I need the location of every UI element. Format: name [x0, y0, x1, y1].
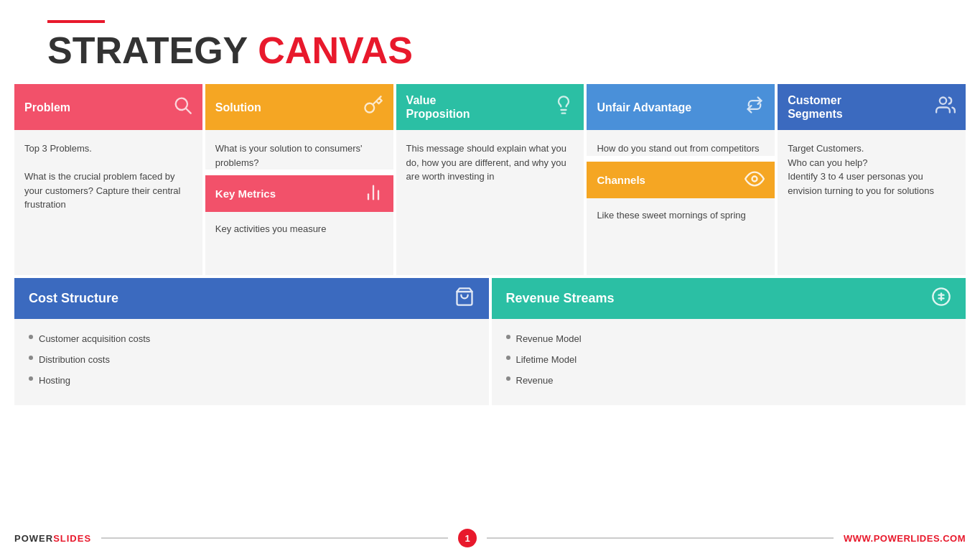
cost-item-1: Customer acquisition costs	[29, 330, 475, 347]
channels-header: Channels	[587, 162, 775, 198]
revenue-content: Revenue Model Lifetime Model Revenue	[492, 319, 966, 405]
handshake-icon	[745, 95, 765, 119]
cost-item-2-text: Distribution costs	[39, 351, 110, 368]
channels-content: Like these sweet mornings of spring	[587, 198, 775, 233]
solution-content-top: What is your solution to consumers' prob…	[205, 130, 393, 170]
top-grid: Problem Top 3 Problems.What is the cruci…	[14, 84, 966, 275]
problem-column: Problem Top 3 Problems.What is the cruci…	[14, 84, 202, 275]
revenue-header: Revenue Streams	[492, 278, 966, 319]
customer-content: Target Customers.Who can you help?Identi…	[778, 130, 966, 275]
key-metrics-text: Key activities you measure	[215, 222, 383, 236]
footer: POWERSLIDES 1 WWW.POWERLIDES.COM	[0, 525, 980, 551]
eye-icon	[745, 169, 765, 191]
cost-header: Cost Structure	[14, 278, 489, 319]
channels-label: Channels	[597, 174, 645, 186]
value-label: ValueProposition	[406, 93, 470, 121]
customer-column: CustomerSegments Target Customers.Who ca…	[778, 84, 966, 275]
footer-line-left	[101, 537, 448, 539]
cost-block: Cost Structure Customer acquisition cost…	[14, 278, 489, 405]
bullet-dot	[29, 356, 33, 360]
revenue-label: Revenue Streams	[506, 291, 615, 306]
channels-block: Channels Like these sweet mornings of sp…	[587, 162, 775, 233]
bullet-dot	[506, 335, 510, 339]
bottom-grid: Cost Structure Customer acquisition cost…	[14, 278, 966, 405]
revenue-item-3: Revenue	[506, 372, 952, 389]
solution-label: Solution	[215, 101, 261, 114]
solution-header: Solution	[205, 84, 393, 130]
revenue-item-1: Revenue Model	[506, 330, 952, 347]
problem-label: Problem	[24, 101, 70, 114]
svg-point-8	[940, 97, 946, 103]
svg-point-7	[752, 176, 757, 181]
title-dark: STRATEGY	[47, 30, 248, 71]
header: STRATEGY CANVAS	[0, 0, 980, 84]
unfair-label: Unfair Advantage	[597, 101, 691, 114]
page-number: 1	[458, 529, 477, 547]
solution-column: Solution What is your solution to consum…	[205, 84, 393, 275]
chart-icon	[363, 182, 383, 205]
revenue-item-2-text: Lifetime Model	[516, 351, 577, 368]
svg-line-1	[186, 108, 190, 113]
unfair-column: Unfair Advantage How do you stand out fr…	[587, 84, 775, 275]
page: STRATEGY CANVAS Problem Top	[0, 0, 980, 551]
unfair-text: How do you stand out from competitors	[597, 142, 765, 156]
bullet-dot	[506, 376, 510, 381]
footer-brand: POWERSLIDES	[14, 533, 91, 544]
cost-item-3: Hosting	[29, 372, 475, 389]
cost-item-3-text: Hosting	[39, 372, 70, 389]
footer-line-right	[487, 537, 834, 539]
customer-label: CustomerSegments	[788, 93, 842, 121]
revenue-item-1-text: Revenue Model	[516, 330, 582, 347]
bullet-dot	[29, 335, 33, 339]
problem-content: Top 3 Problems.What is the crucial probl…	[14, 130, 202, 275]
value-text: This message should explain what you do,…	[406, 142, 574, 184]
value-content: This message should explain what you do,…	[396, 130, 584, 275]
unfair-header: Unfair Advantage	[587, 84, 775, 130]
cost-label: Cost Structure	[29, 291, 118, 306]
unfair-content-top: How do you stand out from competitors	[587, 130, 775, 156]
key-metrics-label: Key Metrics	[215, 187, 276, 200]
header-accent-line	[47, 20, 105, 23]
key-metrics-block: Key Metrics Key activities you measure	[205, 175, 393, 246]
people-icon	[935, 95, 956, 119]
cost-item-2: Distribution costs	[29, 351, 475, 368]
canvas-area: Problem Top 3 Problems.What is the cruci…	[0, 84, 980, 525]
key-metrics-content: Key activities you measure	[205, 212, 393, 246]
bullet-dot	[506, 356, 510, 360]
value-column: ValueProposition This message should exp…	[396, 84, 584, 275]
key-icon	[363, 95, 383, 119]
bullet-dot	[29, 376, 33, 381]
problem-header: Problem	[14, 84, 202, 130]
cost-content: Customer acquisition costs Distribution …	[14, 319, 489, 405]
bulb-icon	[554, 95, 574, 119]
footer-url: WWW.POWERLIDES.COM	[844, 533, 966, 544]
revenue-item-2: Lifetime Model	[506, 351, 952, 368]
footer-brand-red: SLIDES	[53, 533, 91, 544]
problem-text: Top 3 Problems.What is the crucial probl…	[24, 142, 192, 212]
unfair-content-bottom	[587, 232, 775, 275]
dollar-icon	[931, 287, 951, 310]
revenue-block: Revenue Streams Revenue Model	[492, 278, 966, 405]
revenue-item-3-text: Revenue	[516, 372, 554, 389]
customer-header: CustomerSegments	[778, 84, 966, 130]
key-metrics-header: Key Metrics	[205, 175, 393, 212]
solution-content-bottom	[205, 246, 393, 275]
customer-text: Target Customers.Who can you help?Identi…	[788, 142, 956, 198]
channels-text: Like these sweet mornings of spring	[597, 208, 765, 223]
bag-icon	[454, 287, 475, 310]
page-title: STRATEGY CANVAS	[47, 30, 933, 71]
search-icon	[172, 95, 192, 119]
value-header: ValueProposition	[396, 84, 584, 130]
cost-item-1-text: Customer acquisition costs	[39, 330, 150, 347]
solution-text: What is your solution to consumers' prob…	[215, 142, 383, 170]
title-red: CANVAS	[258, 30, 413, 71]
